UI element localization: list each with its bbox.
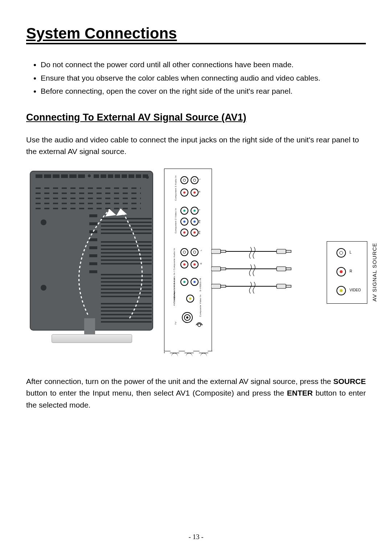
page-title: System Connections	[26, 25, 366, 44]
outro-text: button to enter the Input menu, then sel…	[26, 389, 287, 397]
svg-rect-6	[211, 249, 221, 254]
enter-button-label: ENTER	[287, 389, 313, 397]
svg-rect-12	[277, 267, 286, 271]
svg-rect-8	[277, 249, 286, 254]
port-label: TV	[175, 322, 177, 325]
list-item: Before connecting, open the cover on the…	[41, 85, 366, 97]
av-source-r-jack-icon	[336, 267, 346, 276]
antenna-jack-icon	[181, 311, 193, 324]
component-pr-jack-icon	[191, 229, 199, 236]
port-label: L	[199, 178, 201, 180]
svg-rect-17	[286, 285, 291, 287]
av-source-video-jack-icon	[336, 286, 346, 295]
av-signal-source-title: AV SIGNAL SOURCE	[371, 241, 377, 303]
svg-rect-15	[221, 285, 226, 287]
av-signal-source-box: L R VIDEO	[327, 241, 367, 304]
component-y-jack-icon	[180, 278, 188, 286]
component-pb-jack-icon	[180, 218, 188, 226]
outro-paragraph: After connection, turn on the power of t…	[26, 376, 366, 411]
audio-r-jack-icon	[191, 189, 199, 197]
instruction-list: Do not connect the power cord until all …	[41, 59, 366, 97]
svg-rect-10	[211, 267, 221, 271]
component-y-jack-icon	[180, 207, 188, 215]
svg-rect-9	[286, 250, 291, 252]
outro-text: After connection, turn on the power of t…	[26, 377, 333, 385]
page-number: - 13 -	[0, 533, 392, 541]
audio-r-jack-icon	[191, 260, 199, 268]
port-label: L	[200, 250, 202, 251]
port-label: AV Video In	[173, 292, 175, 306]
antenna-icon	[196, 314, 203, 329]
component-y-jack-icon	[191, 207, 199, 215]
source-button-label: SOURCE	[333, 377, 366, 385]
component-pb-jack-icon	[191, 218, 199, 226]
port-label: Component 2 Video In	[175, 208, 177, 234]
tv-rear-illustration	[26, 169, 157, 343]
port-label: PR	[199, 231, 201, 234]
port-label: PB	[199, 220, 201, 223]
svideo-jack-icon	[191, 278, 199, 286]
av-source-video-label: VIDEO	[350, 288, 361, 292]
audio-l-jack-icon	[191, 176, 199, 184]
svg-rect-14	[211, 284, 221, 288]
list-item: Do not connect the power cord until all …	[41, 59, 366, 71]
av-source-r-label: R	[350, 269, 352, 273]
port-label: R	[200, 263, 202, 264]
audio-r-jack-icon	[180, 189, 188, 197]
list-item: Ensure that you observe the color cables…	[41, 72, 366, 84]
composite-video-jack-icon	[186, 295, 194, 303]
audio-r-jack-icon	[180, 260, 188, 268]
av-cables-illustration	[211, 246, 295, 297]
section-heading-av1: Connecting To External AV Signal Source …	[26, 112, 366, 123]
audio-l-jack-icon	[191, 248, 199, 256]
component-pr-jack-icon	[180, 229, 188, 236]
av-source-l-jack-icon	[336, 248, 346, 258]
port-label: Component 2 Audio In	[175, 175, 177, 201]
rear-port-panel: Component 2 Audio In L R Component 2 Vid…	[164, 169, 212, 353]
port-label: Composite Video In	[199, 295, 201, 317]
connection-diagram: Component 2 Audio In L R Component 2 Vid…	[26, 169, 367, 357]
svg-rect-11	[221, 268, 226, 270]
svg-rect-16	[277, 284, 286, 288]
audio-l-jack-icon	[180, 176, 188, 184]
intro-paragraph: Use the audio and video cable to connect…	[26, 134, 366, 158]
audio-l-jack-icon	[180, 248, 188, 256]
svg-rect-13	[286, 268, 291, 270]
port-label: Y	[199, 209, 201, 211]
svg-point-4	[186, 316, 188, 319]
av-source-l-label: L	[350, 250, 352, 254]
svg-rect-7	[221, 250, 226, 252]
port-label: S-VIDEO IN	[199, 278, 201, 291]
port-label: R	[199, 191, 201, 193]
